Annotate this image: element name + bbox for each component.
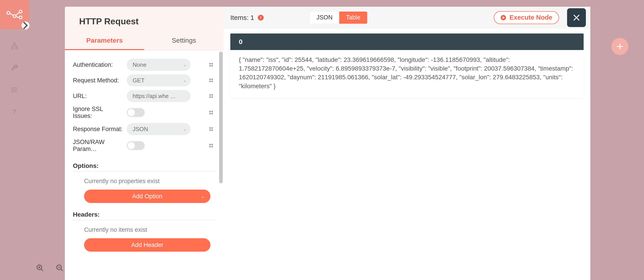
svg-rect-7 <box>14 43 16 45</box>
toggle-ignore-ssl[interactable] <box>127 108 145 117</box>
view-json-button[interactable]: JSON <box>310 12 339 24</box>
chevron-down-icon: ⌄ <box>183 78 186 83</box>
credentials-icon[interactable] <box>10 63 19 72</box>
svg-line-5 <box>16 12 20 15</box>
modal-left-panel: HTTP Request Parameters Settings Authent… <box>65 7 224 280</box>
sidebar-nav: ? <box>0 29 29 116</box>
svg-line-18 <box>41 269 43 271</box>
svg-point-41 <box>211 113 213 114</box>
output-json-body[interactable]: { "name": "iss", "id": 25544, "latitude"… <box>230 50 584 98</box>
param-response-format: Response Format: JSON ⌄ <box>73 121 216 137</box>
add-node-button[interactable] <box>611 38 628 55</box>
left-sidebar: ? <box>0 0 29 280</box>
chevron-down-icon: ⌄ <box>183 127 186 132</box>
svg-point-3 <box>19 16 22 19</box>
svg-rect-8 <box>12 47 14 49</box>
param-url: URL: https://api.whe … <box>73 88 216 104</box>
input-url[interactable]: https://api.whe … <box>127 90 190 102</box>
label-url: URL: <box>73 93 123 100</box>
n8n-logo-icon <box>6 9 22 20</box>
svg-point-45 <box>211 129 213 131</box>
gear-icon[interactable] <box>206 142 216 149</box>
close-modal-button[interactable] <box>567 8 586 27</box>
app-logo[interactable] <box>0 0 29 29</box>
svg-point-44 <box>209 129 211 131</box>
svg-point-46 <box>209 144 211 145</box>
svg-point-47 <box>211 144 213 145</box>
canvas-controls <box>35 263 65 273</box>
svg-point-13 <box>12 88 12 88</box>
svg-point-37 <box>211 96 213 98</box>
svg-point-49 <box>211 146 213 147</box>
svg-text:?: ? <box>12 108 16 115</box>
node-title: HTTP Request <box>65 7 224 32</box>
svg-point-2 <box>19 10 22 13</box>
param-json-raw: JSON/RAW Param… <box>73 137 216 154</box>
label-request-method: Request Method: <box>73 77 123 84</box>
tab-settings[interactable]: Settings <box>144 32 224 50</box>
scrollbar[interactable] <box>219 52 223 183</box>
view-mode-toggle: JSON Table <box>310 11 368 24</box>
label-authentication: Authentication: <box>73 61 123 68</box>
svg-point-32 <box>209 81 211 82</box>
gear-icon[interactable] <box>206 93 216 99</box>
chevron-down-icon: ⌄ <box>183 62 186 67</box>
tab-parameters[interactable]: Parameters <box>65 32 144 50</box>
select-response-format[interactable]: JSON ⌄ <box>127 123 190 135</box>
gear-icon[interactable] <box>206 62 216 68</box>
view-table-button[interactable]: Table <box>339 12 367 24</box>
select-authentication[interactable]: None ⌄ <box>127 59 190 71</box>
svg-point-0 <box>7 11 10 14</box>
param-authentication: Authentication: None ⌄ <box>73 57 216 73</box>
svg-point-28 <box>209 65 211 67</box>
items-count: Items: 1 i <box>230 14 264 21</box>
label-response-format: Response Format: <box>73 126 123 133</box>
sidebar-collapse-button[interactable] <box>22 21 30 29</box>
svg-rect-9 <box>16 47 18 49</box>
workflows-icon[interactable] <box>10 41 19 50</box>
svg-point-39 <box>211 111 213 112</box>
svg-point-29 <box>211 65 213 67</box>
play-icon <box>500 15 506 20</box>
svg-point-30 <box>209 79 211 80</box>
gear-icon[interactable] <box>206 109 216 116</box>
svg-point-26 <box>209 63 211 65</box>
divider <box>73 220 216 220</box>
param-request-method: Request Method: GET ⌄ <box>73 73 216 88</box>
add-option-button[interactable]: Add Option ⌄ <box>84 190 210 203</box>
right-header: Items: 1 i JSON Table Execute Node <box>224 7 590 29</box>
close-icon <box>572 13 581 22</box>
output-index-header[interactable]: 0 <box>230 33 584 50</box>
gear-icon[interactable] <box>206 77 216 84</box>
svg-point-31 <box>211 79 213 80</box>
svg-line-22 <box>61 269 63 271</box>
gear-icon[interactable] <box>206 126 216 132</box>
help-icon[interactable]: ? <box>10 107 19 116</box>
add-header-button[interactable]: Add Header <box>84 238 210 252</box>
zoom-in-button[interactable] <box>35 263 46 273</box>
svg-point-40 <box>209 113 211 114</box>
parameters-scroll: Authentication: None ⌄ Request Method: <box>65 50 224 280</box>
select-request-method[interactable]: GET ⌄ <box>127 74 190 86</box>
chevron-down-icon: ⌄ <box>201 194 204 199</box>
plus-icon <box>616 42 624 51</box>
svg-point-35 <box>211 94 213 96</box>
modal-right-panel: Items: 1 i JSON Table Execute Node 0 { "… <box>224 7 590 280</box>
info-icon[interactable]: i <box>258 15 264 20</box>
svg-point-38 <box>209 111 211 112</box>
zoom-out-button[interactable] <box>54 263 65 273</box>
output-data-area: 0 { "name": "iss", "id": 25544, "latitud… <box>224 29 590 103</box>
param-ignore-ssl: Ignore SSL Issues: <box>73 104 216 121</box>
headers-empty-text: Currently no items exist <box>73 226 216 233</box>
svg-line-4 <box>10 13 13 15</box>
label-json-raw: JSON/RAW Param… <box>73 139 123 152</box>
toggle-json-raw[interactable] <box>127 141 145 150</box>
svg-line-6 <box>16 17 20 17</box>
executions-icon[interactable] <box>10 85 19 94</box>
svg-point-33 <box>211 81 213 82</box>
chevron-right-icon <box>22 20 30 31</box>
execute-node-button[interactable]: Execute Node <box>494 11 559 24</box>
svg-point-27 <box>211 63 213 65</box>
svg-point-1 <box>13 15 16 18</box>
options-title: Options: <box>73 162 216 169</box>
